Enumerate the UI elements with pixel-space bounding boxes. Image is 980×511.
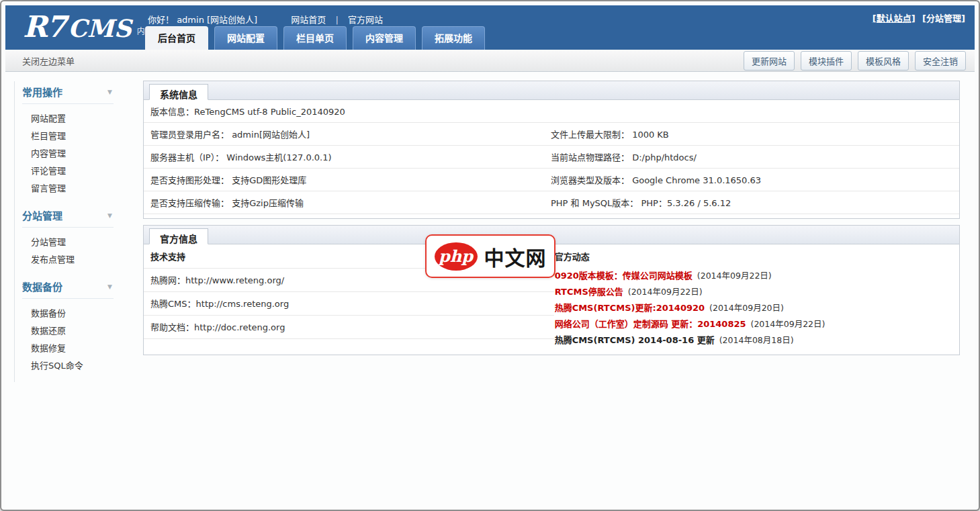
official-site-link[interactable]: 官方网站 <box>348 15 383 25</box>
sidebar-item-branch-admin[interactable]: 分站管理 <box>31 233 125 250</box>
list-item: 帮助文档：http://doc.reteng.org <box>144 316 554 339</box>
chevron-down-icon: ▼ <box>107 212 112 219</box>
sidebar-group-backup-header[interactable]: 数据备份 ▼ <box>22 276 114 299</box>
chevron-down-icon: ▼ <box>107 283 112 290</box>
site-home-link[interactable]: 网站首页 <box>291 15 326 25</box>
sidebar-item-content-admin[interactable]: 内容管理 <box>31 144 125 162</box>
module-plugins-button[interactable]: 模块插件 <box>801 51 852 71</box>
list-item[interactable]: RTCMS停服公告(2014年09月22日) <box>555 283 954 299</box>
sidebar-item-data-restore[interactable]: 数据还原 <box>31 322 125 339</box>
table-row: 是否支持压缩传输： 支持Gzip压缩传输 PHP 和 MySQL版本： PHP：… <box>144 191 959 214</box>
info-label: 浏览器类型及版本： <box>551 175 629 185</box>
header-site-links: [默认站点] [分站管理] <box>873 11 965 24</box>
news-date: (2014年09月20日) <box>709 303 784 313</box>
table-row: 版本信息：ReTengCMS utf-8 Public_20140920 <box>144 100 959 123</box>
info-value: 1000 KB <box>632 130 669 140</box>
news-title[interactable]: 热腾CMS(RTCMS) 2014-08-16 更新 <box>555 335 715 345</box>
default-site-link[interactable]: [默认站点] <box>873 13 916 24</box>
php-logo-icon: php <box>435 242 478 271</box>
info-label: 文件上传最大限制： <box>551 130 629 140</box>
sidebar-group-common-header[interactable]: 常用操作 ▼ <box>22 81 114 104</box>
tab-column-page[interactable]: 栏目单页 <box>283 26 347 50</box>
update-site-button[interactable]: 更新网站 <box>744 51 795 71</box>
header-bar: R7CMS内容管理系统 你好！ admin [网站创始人] 网站首页 | 官方网… <box>5 5 975 50</box>
version-info: 版本信息：ReTengCMS utf-8 Public_20140920 <box>150 105 551 118</box>
gd-support-info: 是否支持图形处理： 支持GD图形处理库 <box>150 173 551 186</box>
nav-divider: | <box>335 15 338 25</box>
list-item[interactable]: 0920版本模板：传媒公司网站模板(2014年09月22日) <box>555 267 954 283</box>
sidebar-group-branch-header[interactable]: 分站管理 ▼ <box>22 205 114 228</box>
sidebar-item-site-config[interactable]: 网站配置 <box>31 109 125 127</box>
official-info-tab[interactable]: 官方信息 <box>149 228 208 244</box>
help-doc-link[interactable]: http://doc.reteng.org <box>194 322 285 332</box>
sidebar-group-backup-items: 数据备份 数据还原 数据修复 执行SQL命令 <box>22 299 125 382</box>
sidebar-item-message-admin[interactable]: 留言管理 <box>31 179 125 197</box>
system-info-panel-header: 系统信息 <box>144 81 959 100</box>
brand-logo-cms: CMS <box>68 14 132 42</box>
news-title[interactable]: 网络公司（工作室）定制源码 更新：20140825 <box>555 319 746 329</box>
system-info-tab[interactable]: 系统信息 <box>149 84 208 100</box>
sidebar-item-exec-sql[interactable]: 执行SQL命令 <box>31 357 125 374</box>
reteng-site-link[interactable]: http://www.reteng.org/ <box>185 275 284 285</box>
news-title[interactable]: 热腾CMS(RTCMS)更新:20140920 <box>555 303 705 313</box>
news-date: (2014年09月22日) <box>697 271 772 281</box>
header-nav: 网站首页 | 官方网站 <box>291 15 383 25</box>
reteng-cms-link[interactable]: http://cms.reteng.org <box>196 299 289 309</box>
list-item[interactable]: 热腾CMS(RTCMS) 2014-08-16 更新(2014年08月18日) <box>555 332 954 348</box>
sidebar-group-common: 常用操作 ▼ 网站配置 栏目管理 内容管理 评论管理 留言管理 <box>22 81 125 205</box>
sidebar: 常用操作 ▼ 网站配置 栏目管理 内容管理 评论管理 留言管理 分站管理 ▼ 分… <box>14 81 125 382</box>
browser-info: 浏览器类型及版本： Google Chrome 31.0.1650.63 <box>551 173 959 186</box>
sidebar-item-comment-admin[interactable]: 评论管理 <box>31 162 125 179</box>
watermark-text: 中文网 <box>484 242 547 271</box>
tab-extensions[interactable]: 拓展功能 <box>422 26 485 50</box>
sidebar-item-data-repair[interactable]: 数据修复 <box>31 339 125 357</box>
official-news-column: 官方动态 0920版本模板：传媒公司网站模板(2014年09月22日) RTCM… <box>554 244 959 355</box>
sidebar-item-publish-point[interactable]: 发布点管理 <box>31 250 125 268</box>
info-label: PHP 和 MySQL版本： <box>551 198 638 208</box>
info-label: 是否支持图形处理： <box>150 175 229 185</box>
news-date: (2014年09月22日) <box>628 287 703 297</box>
sidebar-item-data-backup[interactable]: 数据备份 <box>31 304 125 322</box>
tab-site-config[interactable]: 网站配置 <box>214 26 277 50</box>
sidebar-group-branch: 分站管理 ▼ 分站管理 发布点管理 <box>22 205 125 276</box>
brand-logo-r7: R7 <box>23 9 65 44</box>
sidebar-item-column-admin[interactable]: 栏目管理 <box>31 127 125 144</box>
template-style-button[interactable]: 模板风格 <box>858 51 909 71</box>
list-item: 热腾CMS：http://cms.reteng.org <box>144 292 554 316</box>
tab-dashboard[interactable]: 后台首页 <box>145 26 208 50</box>
branch-admin-link[interactable]: [分站管理] <box>922 13 965 24</box>
news-title[interactable]: 0920版本模板：传媒公司网站模板 <box>555 271 693 281</box>
app-window: R7CMS内容管理系统 你好！ admin [网站创始人] 网站首页 | 官方网… <box>0 0 980 511</box>
info-value: admin[网站创始人] <box>232 130 310 140</box>
table-row: 服务器主机（IP）： Windows主机(127.0.0.1) 当前站点物理路径… <box>144 146 959 169</box>
sidebar-group-title: 数据备份 <box>22 279 62 293</box>
support-label: 帮助文档： <box>150 322 194 332</box>
support-label: 热腾CMS： <box>150 299 196 309</box>
info-value: ReTengCMS utf-8 Public_20140920 <box>194 107 345 117</box>
info-label: 当前站点物理路径： <box>551 152 629 162</box>
info-value: Windows主机(127.0.0.1) <box>226 152 331 162</box>
info-value: 支持Gzip压缩传输 <box>232 198 304 208</box>
support-label: 热腾网： <box>150 275 185 285</box>
tab-content-admin[interactable]: 内容管理 <box>353 26 416 50</box>
info-value: Google Chrome 31.0.1650.63 <box>632 175 761 185</box>
user-greeting: 你好！ admin [网站创始人] <box>148 15 257 25</box>
news-title[interactable]: RTCMS停服公告 <box>555 287 623 297</box>
info-label: 服务器主机（IP）： <box>150 152 224 162</box>
official-news-header: 官方动态 <box>555 244 954 267</box>
content-area: 常用操作 ▼ 网站配置 栏目管理 内容管理 评论管理 留言管理 分站管理 ▼ 分… <box>5 72 975 508</box>
table-row: 是否支持图形处理： 支持GD图形处理库 浏览器类型及版本： Google Chr… <box>144 169 959 191</box>
system-info-panel: 系统信息 版本信息：ReTengCMS utf-8 Public_2014092… <box>143 81 960 219</box>
sidebar-group-title: 常用操作 <box>22 85 62 99</box>
header-topline: 你好！ admin [网站创始人] 网站首页 | 官方网站 <box>148 13 383 26</box>
admin-username-info: 管理员登录用户名： admin[网站创始人] <box>150 128 551 140</box>
logout-button[interactable]: 安全注销 <box>915 51 966 71</box>
list-item[interactable]: 热腾CMS(RTCMS)更新:20140920(2014年09月20日) <box>555 299 954 316</box>
info-value: 支持GD图形处理库 <box>232 175 306 185</box>
news-date: (2014年08月18日) <box>719 335 794 345</box>
list-item[interactable]: 网络公司（工作室）定制源码 更新：20140825(2014年09月22日) <box>555 316 954 332</box>
info-label: 是否支持压缩传输： <box>150 198 229 208</box>
close-left-menu-link[interactable]: 关闭左边菜单 <box>14 54 75 67</box>
server-host-info: 服务器主机（IP）： Windows主机(127.0.0.1) <box>150 150 551 163</box>
toolbar-buttons: 更新网站 模块插件 模板风格 安全注销 <box>738 51 966 71</box>
